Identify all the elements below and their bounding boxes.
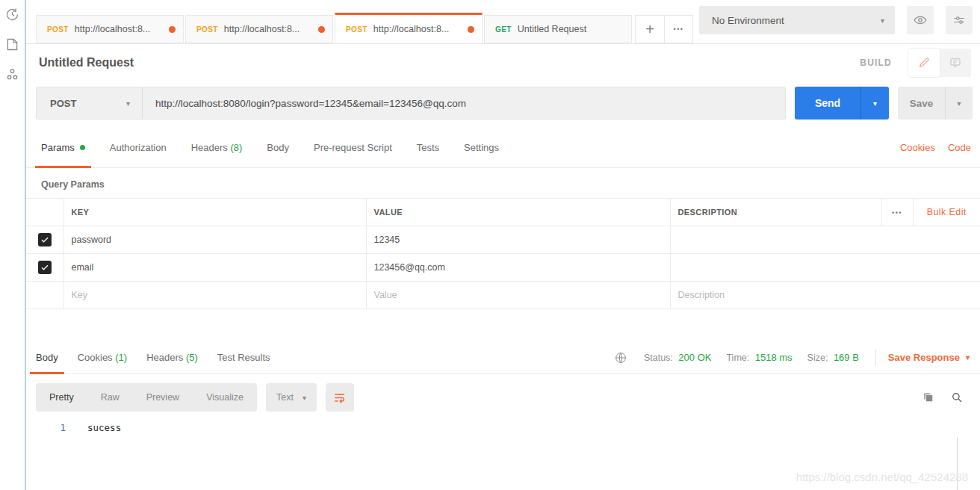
tab-actions: + ••• <box>635 15 693 43</box>
params-more-button[interactable]: ••• <box>881 199 913 226</box>
header-key: KEY <box>63 199 366 226</box>
watermark-text: https://blog.csdn.net/qq_42524288 <box>796 471 968 483</box>
query-params-table: KEY VALUE DESCRIPTION ••• Bulk Edit pass… <box>26 198 980 309</box>
environment-cluster: No Environment ▾ <box>699 6 973 34</box>
line-number: 1 <box>26 422 66 433</box>
save-button[interactable]: Save <box>898 87 945 120</box>
spacer <box>26 309 980 341</box>
new-tab-button[interactable]: + <box>636 16 664 43</box>
send-options-button[interactable]: ▾ <box>860 87 889 120</box>
request-tab-4[interactable]: GET Untitled Request <box>484 15 632 43</box>
request-tab-3-active[interactable]: POST http://localhost:8... <box>335 13 483 44</box>
save-response-label: Save Response <box>888 352 960 363</box>
view-pretty[interactable]: Pretty <box>36 383 87 412</box>
param-description-cell[interactable] <box>670 226 980 254</box>
view-preview[interactable]: Preview <box>133 383 193 412</box>
response-tab-cookies[interactable]: Cookies (1) <box>78 341 127 373</box>
copy-response-button[interactable] <box>922 391 935 404</box>
globe-icon[interactable] <box>614 351 627 365</box>
tab-title: http://localhost:8... <box>75 24 164 34</box>
environment-quick-look-button[interactable] <box>907 6 934 34</box>
cookies-link[interactable]: Cookies <box>900 142 935 153</box>
tab-prerequest-script[interactable]: Pre-request Script <box>314 128 392 167</box>
divider <box>875 350 876 366</box>
method-badge: POST <box>346 25 368 34</box>
url-bar: POST ▾ http://localhost:8080/login?passw… <box>36 87 786 120</box>
send-button[interactable]: Send <box>795 87 860 120</box>
unsaved-dot-icon <box>169 26 176 33</box>
comment-icon <box>949 56 962 69</box>
edit-request-button[interactable] <box>908 49 940 77</box>
search-response-button[interactable] <box>950 391 964 404</box>
response-tab-test-results[interactable]: Test Results <box>217 341 270 373</box>
tab-tests[interactable]: Tests <box>417 128 439 167</box>
response-toolbar: Pretty Raw Preview Visualize Text ▾ <box>36 383 980 412</box>
row-checkbox-cell <box>26 282 63 309</box>
chevron-down-icon: ▾ <box>873 99 877 108</box>
response-tab-headers[interactable]: Headers (5) <box>146 341 198 373</box>
row-checkbox-cell <box>26 254 63 282</box>
chevron-down-icon: ▾ <box>966 353 970 362</box>
copy-icon <box>922 391 935 404</box>
header-checkbox-cell <box>26 199 63 226</box>
url-input[interactable]: http://localhost:8080/login?password=123… <box>143 87 785 119</box>
postman-app: POST http://localhost:8... POST http://l… <box>0 0 980 490</box>
param-key-cell[interactable]: email <box>63 254 366 282</box>
response-tab-body[interactable]: Body <box>36 341 58 373</box>
status-label: Status: <box>644 353 673 363</box>
unsaved-dot-icon <box>318 26 325 33</box>
cookies-label: Cookies <box>78 352 113 363</box>
code-link[interactable]: Code <box>948 142 971 153</box>
bulk-edit-link[interactable]: Bulk Edit <box>913 199 980 226</box>
headers-count: (8) <box>230 142 242 153</box>
tab-authorization[interactable]: Authorization <box>110 128 167 167</box>
search-icon <box>950 391 964 404</box>
text-wrap-icon <box>332 391 347 405</box>
param-key-input[interactable]: Key <box>63 282 366 309</box>
api-network-icon[interactable] <box>4 66 20 82</box>
response-toolbar-right <box>922 391 964 404</box>
response-meta: Status: 200 OK Time: 1518 ms Size: 169 B… <box>614 350 970 366</box>
checkbox-checked[interactable] <box>38 233 52 246</box>
request-title[interactable]: Untitled Request <box>39 56 134 69</box>
param-description-cell[interactable] <box>670 254 980 282</box>
http-method-select[interactable]: POST ▾ <box>37 87 143 119</box>
param-value-input[interactable]: Value <box>366 282 670 309</box>
query-params-title: Query Params <box>26 168 980 198</box>
chevron-down-icon: ▾ <box>303 394 306 402</box>
edit-comment-group <box>908 49 971 77</box>
param-value-cell[interactable]: 12345 <box>366 226 670 254</box>
size-pair: Size: 169 B <box>807 352 859 363</box>
tab-settings[interactable]: Settings <box>464 128 499 167</box>
tab-params[interactable]: Params <box>41 128 85 167</box>
environment-select[interactable]: No Environment ▾ <box>699 6 895 34</box>
checkbox-checked[interactable] <box>38 261 52 274</box>
tab-headers[interactable]: Headers (8) <box>191 128 243 167</box>
comment-button[interactable] <box>940 49 971 77</box>
wrap-text-button[interactable] <box>326 383 354 412</box>
tab-body[interactable]: Body <box>267 128 289 167</box>
collections-file-icon[interactable] <box>4 37 20 52</box>
save-button-group: Save ▾ <box>898 87 973 120</box>
save-options-button[interactable]: ▾ <box>945 87 973 120</box>
header-value: VALUE <box>366 199 670 226</box>
tab-options-button[interactable]: ••• <box>664 16 692 43</box>
tab-title: http://localhost:8... <box>373 24 463 34</box>
view-visualize[interactable]: Visualize <box>193 383 257 412</box>
save-response-button[interactable]: Save Response ▾ <box>888 352 970 363</box>
response-format-select[interactable]: Text ▾ <box>266 383 317 412</box>
pencil-icon <box>917 56 931 69</box>
request-tab-2[interactable]: POST http://localhost:8... <box>185 15 333 43</box>
environment-value: No Environment <box>712 15 784 26</box>
request-tab-1[interactable]: POST http://localhost:8... <box>36 15 184 43</box>
param-value-cell[interactable]: 123456@qq.com <box>366 254 670 282</box>
environment-settings-button[interactable] <box>946 6 973 34</box>
view-raw[interactable]: Raw <box>87 383 133 412</box>
check-icon <box>40 235 49 244</box>
format-value: Text <box>276 392 294 403</box>
history-icon[interactable] <box>4 7 20 22</box>
param-key-cell[interactable]: password <box>63 226 366 254</box>
table-row: email 123456@qq.com <box>26 254 980 282</box>
size-value: 169 B <box>834 352 859 363</box>
param-description-input[interactable]: Description <box>670 282 980 309</box>
